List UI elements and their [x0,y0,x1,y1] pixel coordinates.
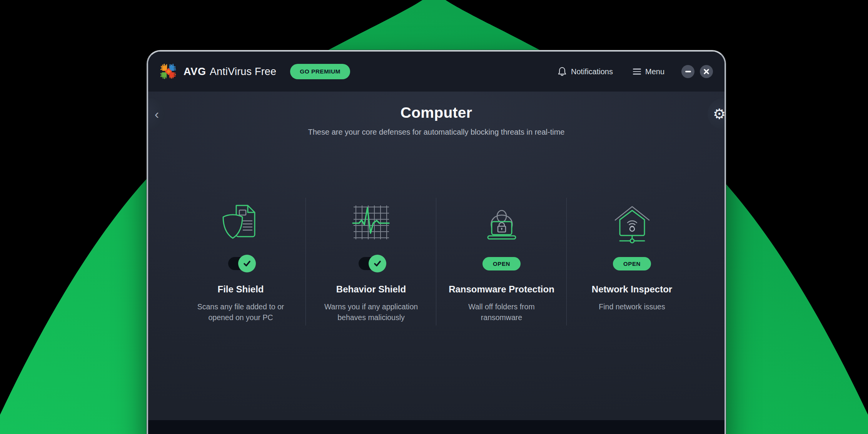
feature-title: File Shield [175,284,306,295]
titlebar: AVGAntiVirus Free GO PREMIUM Notificatio… [148,52,724,92]
app-title-brand: AVG [184,66,206,77]
feature-title: Network Inspector [567,284,697,295]
close-button[interactable] [700,65,713,78]
feature-title: Ransomware Protection [436,284,567,295]
network-inspector-open-button[interactable]: OPEN [613,257,651,270]
minimize-button[interactable] [681,65,694,78]
avg-logo-icon [160,63,177,80]
titlebar-right: Notifications Menu [558,65,713,78]
minimize-icon [685,71,691,72]
feature-description: Wall off folders from ransomware [452,301,551,323]
promo-background: AVGAntiVirus Free GO PREMIUM Notificatio… [0,0,868,434]
brand: AVGAntiVirus Free [160,63,276,80]
behavior-shield-toggle[interactable] [359,257,384,270]
file-shield-toggle[interactable] [228,257,254,270]
go-premium-button[interactable]: GO PREMIUM [290,64,350,79]
behavior-shield-icon [306,195,436,244]
feature-card-behavior-shield: Behavior Shield Warns you if any applica… [306,195,436,323]
feature-title: Behavior Shield [306,284,436,295]
notifications-label: Notifications [571,67,613,76]
feature-cards: File Shield Scans any file added to or o… [175,195,697,323]
feature-description: Warns you if any application behaves mal… [322,301,421,323]
main-content: ‹ ⚙ Computer These are your core defense… [148,92,724,420]
gear-icon: ⚙ [713,107,726,121]
toggle-check-icon [238,255,256,272]
app-window: AVGAntiVirus Free GO PREMIUM Notificatio… [147,50,726,434]
hamburger-icon [633,68,641,75]
close-icon [703,68,709,75]
ransomware-protection-open-button[interactable]: OPEN [482,257,521,270]
network-inspector-icon [567,195,697,244]
bell-icon [558,67,567,77]
feature-card-file-shield: File Shield Scans any file added to or o… [175,195,306,323]
app-title: AVGAntiVirus Free [184,66,276,78]
ransomware-protection-icon [436,195,567,244]
file-shield-icon [175,195,306,244]
notifications-button[interactable]: Notifications [558,67,613,77]
page-subtitle: These are your core defenses for automat… [148,128,724,137]
feature-card-ransomware-protection: OPEN Ransomware Protection Wall off fold… [436,195,567,323]
window-bottom-strip [148,420,724,434]
menu-label: Menu [645,67,664,76]
toggle-check-icon [369,255,386,272]
page-title: Computer [148,92,724,121]
feature-description: Scans any file added to or opened on you… [192,301,290,323]
feature-card-network-inspector: OPEN Network Inspector Find network issu… [567,195,697,323]
chevron-left-icon: ‹ [155,107,159,120]
menu-button[interactable]: Menu [633,67,664,76]
feature-description: Find network issues [583,301,681,312]
app-title-product: AntiVirus Free [210,66,276,77]
